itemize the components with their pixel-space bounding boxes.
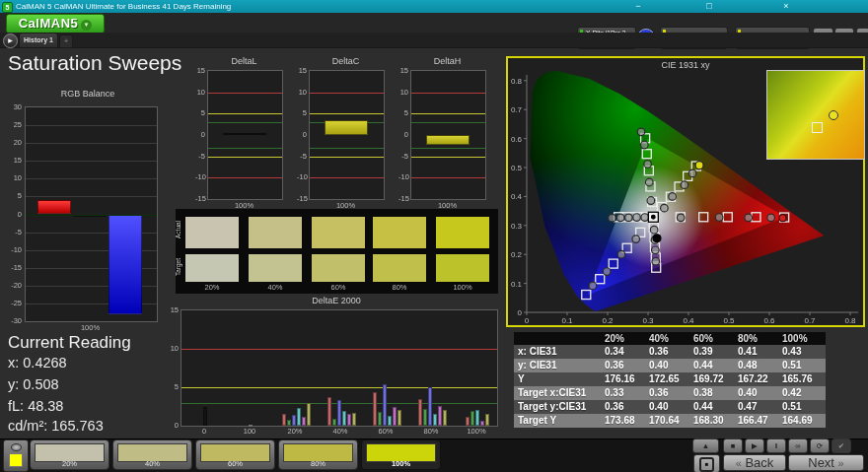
patch-button-40%[interactable]: 40% [112,439,192,470]
table-header-cell: 20% [601,332,645,345]
swatch-col-label: 40% [249,283,302,292]
delta-ytick: 10 [398,88,408,97]
deltae-bar [428,387,432,426]
maximize-button[interactable]: □ [702,0,716,12]
patch-button-80%[interactable]: 80% [278,439,358,470]
patch-label: 40% [113,459,191,468]
delta-ytick: 15 [297,66,307,75]
rgb-ytick: 15 [8,156,22,165]
deltae-bar [470,411,474,426]
cie-measured-circle [661,204,669,212]
delta-plot [410,70,486,200]
target-swatch-20% [185,254,239,282]
delta-ytick: -10 [398,172,408,181]
deltae-bar [332,419,336,426]
cie-measured-circle [641,141,649,149]
done-button[interactable]: ✔ [832,438,851,453]
ref-line [310,148,384,149]
table-cell: 0.51 [778,400,826,414]
eject-icon: ▲ [702,441,709,450]
add-tab-button[interactable]: + [59,34,73,48]
ref-line [411,148,485,149]
minimize-button[interactable]: − [631,0,645,12]
rgb-ytick: 20 [8,138,22,147]
delta-ytick: -10 [195,172,205,181]
delta-ytick: 15 [195,66,205,75]
meter-tray-button[interactable] [3,439,29,472]
deltae-xtick: 0 [186,427,222,436]
stop-pattern-button[interactable]: ■ [693,454,720,472]
ref-line [208,157,282,158]
table-cell: 0.36 [601,359,645,372]
delta-xlabel: 100% [207,201,281,210]
rgb-ytick: -30 [8,316,22,325]
loop-button[interactable]: ∞ [788,438,808,453]
ref-line [411,157,485,158]
delta-ytick: 5 [297,108,307,117]
gridline [26,161,157,162]
actual-swatch-100% [436,217,489,248]
actual-swatch-20% [185,217,239,248]
cie-1931-xy-panel[interactable]: 00.10.20.30.40.50.60.70.800.10.20.30.40.… [506,56,865,327]
deltae-bar [438,406,442,426]
patch-button-100%[interactable]: 100% [361,439,441,470]
deltae-bar [398,410,401,426]
back-button[interactable]: « Back [723,454,786,471]
svg-text:0.7: 0.7 [511,105,523,114]
swatch-col-label: 20% [185,283,239,292]
logo-dropdown-icon[interactable]: ▼ [81,20,92,31]
delta-ytick: -5 [297,152,307,161]
delta-ytick: 5 [195,108,205,117]
rgb-bar-red [37,200,71,214]
actual-swatch-60% [312,217,365,248]
rgb-bar-blue [108,215,142,314]
calman-logo-menu[interactable]: CalMAN5▼ [6,14,105,34]
pause-button[interactable]: ‖ [766,438,786,453]
deltae-ytick: 10 [170,344,179,353]
cie-measured-circle [609,214,616,222]
svg-text:0.3: 0.3 [642,316,654,325]
table-cell: 0.44 [689,359,734,372]
table-header-cell: 80% [734,332,778,345]
svg-text:0.8: 0.8 [511,77,523,86]
play-button[interactable]: ▶ [745,438,764,453]
deltae-bar [292,415,296,426]
table-cell: 167.22 [734,372,778,386]
deltae-ytick: 0 [170,421,179,430]
gridline [26,125,157,126]
deltae-bar [347,414,351,426]
svg-text:0.5: 0.5 [723,316,735,325]
close-button[interactable]: × [779,0,793,12]
current-reading-line: y: 0.508 [8,376,59,392]
patch-button-60%[interactable]: 60% [195,439,275,470]
table-cell: 0.48 [734,359,778,372]
tab-history-1[interactable]: History 1 [19,33,58,47]
tab-strip [0,33,868,48]
table-cell: 165.76 [778,372,826,386]
current-patch-color [9,453,23,467]
delta-xlabel: 100% [309,201,383,210]
cie-measured-circle [632,236,640,243]
gridline [26,178,157,179]
deltae-xtick: 100% [459,427,494,436]
cie-measured-circle [617,250,625,258]
cie-measured-circle [715,214,723,222]
stop-button[interactable]: ■ [723,438,743,453]
patch-button-20%[interactable]: 20% [30,439,109,470]
delta-chart-deltah: DeltaH151050-5-10-15100% [398,56,497,207]
table-cell: 0.40 [645,359,689,372]
patch-label: 60% [196,459,274,468]
ref-line [208,93,282,94]
next-button[interactable]: Next » [788,454,864,471]
eject-button[interactable]: ▲ [692,438,719,453]
row-label-actual: Actual [175,229,184,238]
delta-ytick: 0 [297,130,307,139]
deltae-xtick: 80% [413,427,449,436]
table-cell: 0.51 [778,359,826,372]
table-row: Target y:CIE310.360.400.440.470.51 [514,400,826,414]
workflow-play-button[interactable]: ▶ [3,34,18,48]
cie-measured-circle [637,128,645,136]
continuous-button[interactable]: ⟳ [810,438,830,453]
current-reading-line: fL: 48.38 [8,398,63,414]
ref-line [208,177,282,178]
